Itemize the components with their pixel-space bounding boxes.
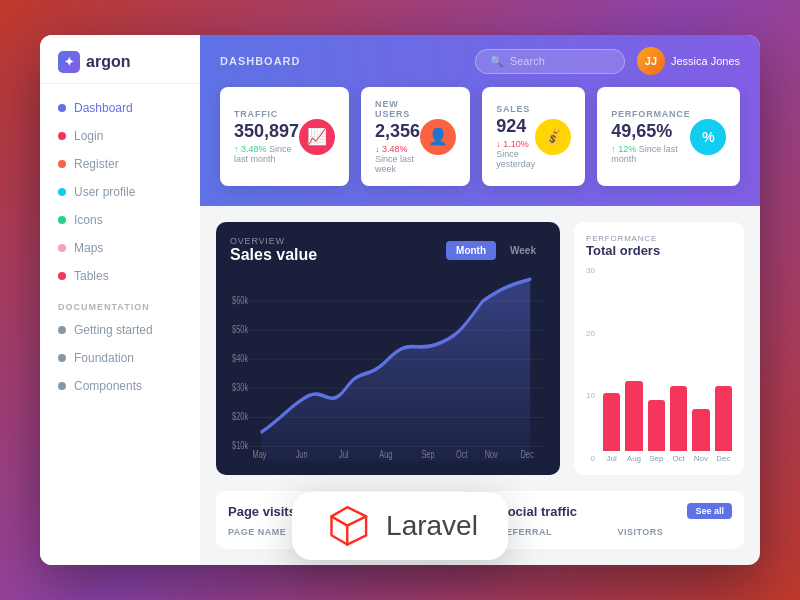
stat-change-performance: ↑ 12% Since last month — [611, 144, 690, 164]
bar-oct — [670, 386, 687, 451]
sidebar-item-maps[interactable]: Maps — [40, 234, 200, 262]
tab-week[interactable]: Week — [500, 241, 546, 260]
stat-label-sales: SALES — [496, 104, 535, 114]
stat-card-performance: PERFORMANCE 49,65% ↑ 12% Since last mont… — [597, 87, 740, 186]
chart-header: OVERVIEW Sales value Month Week — [230, 236, 546, 264]
line-chart-svg: $60k $50k $40k $30k $20k $10k — [230, 272, 546, 461]
bar-col-oct: Oct — [670, 386, 687, 463]
sidebar-label-profile: User profile — [74, 185, 135, 199]
bar-label-nov: Nov — [694, 454, 708, 463]
sidebar-label-register: Register — [74, 157, 119, 171]
avatar-initials: JJ — [645, 55, 657, 67]
nav-section-docs: DOCUMENTATION — [40, 290, 200, 316]
stat-label-performance: PERFORMANCE — [611, 109, 690, 119]
header-title: DASHBOARD — [220, 55, 301, 67]
bar-aug — [625, 381, 642, 451]
svg-text:Oct: Oct — [456, 449, 468, 460]
stat-info-users: NEW USERS 2,356 ↓ 3.48% Since last week — [375, 99, 420, 174]
sidebar-item-foundation[interactable]: Foundation — [40, 344, 200, 372]
stat-value-performance: 49,65% — [611, 121, 690, 142]
sidebar-item-tables[interactable]: Tables — [40, 262, 200, 290]
svg-text:$60k: $60k — [232, 295, 248, 306]
bar-col-sep: Sep — [648, 400, 665, 463]
social-traffic-cols: REFERRAL VISITORS — [499, 527, 732, 537]
bar-label-sep: Sep — [649, 454, 663, 463]
stat-card-users: NEW USERS 2,356 ↓ 3.48% Since last week … — [361, 87, 470, 186]
stat-icon-users: 👤 — [420, 119, 456, 155]
search-bar[interactable]: 🔍 — [475, 49, 625, 74]
sidebar-item-register[interactable]: Register — [40, 150, 200, 178]
nav-dot-profile — [58, 188, 66, 196]
sidebar-item-dashboard[interactable]: Dashboard — [40, 94, 200, 122]
bar-chart-title: Total orders — [586, 243, 732, 258]
stat-info-traffic: TRAFFIC 350,897 ↑ 3.48% Since last month — [234, 109, 299, 164]
sidebar-label-foundation: Foundation — [74, 351, 134, 365]
nav-dot-register — [58, 160, 66, 168]
bar-label-oct: Oct — [672, 454, 684, 463]
svg-text:Nov: Nov — [485, 449, 499, 460]
stat-info-sales: SALES 924 ↓ 1.10% Since yesterday — [496, 104, 535, 169]
stat-icon-traffic: 📈 — [299, 119, 335, 155]
bar-col-nov: Nov — [692, 409, 709, 463]
laravel-logo-icon — [322, 506, 372, 546]
social-traffic-card: Social traffic See all REFERRAL VISITORS — [487, 491, 744, 549]
search-input[interactable] — [510, 55, 610, 67]
svg-text:$10k: $10k — [232, 440, 248, 451]
stat-label-users: NEW USERS — [375, 99, 420, 119]
svg-text:Jul: Jul — [339, 449, 348, 460]
col-referral: REFERRAL — [499, 527, 614, 537]
chart-title: Sales value — [230, 246, 317, 264]
charts-content: OVERVIEW Sales value Month Week — [200, 206, 760, 491]
sidebar-item-getting-started[interactable]: Getting started — [40, 316, 200, 344]
svg-text:Jun: Jun — [296, 449, 308, 460]
stat-change-users: ↓ 3.48% Since last week — [375, 144, 420, 174]
sidebar-nav: Dashboard Login Register User profile Ic… — [40, 84, 200, 565]
bar-dec — [715, 386, 732, 451]
stat-change-traffic: ↑ 3.48% Since last month — [234, 144, 299, 164]
bar-chart-subtitle: PERFORMANCE — [586, 234, 732, 243]
col-visitors-social: VISITORS — [618, 527, 733, 537]
chart-tabs: Month Week — [446, 241, 546, 260]
tab-month[interactable]: Month — [446, 241, 496, 260]
stat-icon-sales: 💰 — [535, 119, 571, 155]
sidebar-label-getting-started: Getting started — [74, 323, 153, 337]
stat-card-traffic: TRAFFIC 350,897 ↑ 3.48% Since last month… — [220, 87, 349, 186]
social-traffic-see-all[interactable]: See all — [687, 503, 732, 519]
laravel-text: Laravel — [386, 510, 478, 542]
sidebar-item-icons[interactable]: Icons — [40, 206, 200, 234]
svg-text:Aug: Aug — [379, 449, 392, 460]
chart-area: $60k $50k $40k $30k $20k $10k — [230, 272, 546, 461]
stat-info-performance: PERFORMANCE 49,65% ↑ 12% Since last mont… — [611, 109, 690, 164]
sidebar: ✦ argon Dashboard Login Register User pr… — [40, 35, 200, 565]
bar-col-aug: Aug — [625, 381, 642, 463]
chart-titles: OVERVIEW Sales value — [230, 236, 317, 264]
svg-text:Sep: Sep — [421, 449, 434, 460]
sidebar-label-components: Components — [74, 379, 142, 393]
stat-value-traffic: 350,897 — [234, 121, 299, 142]
bar-sep — [648, 400, 665, 451]
sidebar-label-maps: Maps — [74, 241, 103, 255]
nav-dot-maps — [58, 244, 66, 252]
sidebar-item-user-profile[interactable]: User profile — [40, 178, 200, 206]
header: DASHBOARD 🔍 JJ Jessica Jones — [200, 35, 760, 87]
social-traffic-title: Social traffic — [499, 504, 577, 519]
nav-dot-login — [58, 132, 66, 140]
stat-value-users: 2,356 — [375, 121, 420, 142]
stat-label-traffic: TRAFFIC — [234, 109, 299, 119]
laravel-overlay: Laravel — [292, 492, 508, 560]
bar-jul — [603, 393, 620, 451]
page-visits-title: Page visits — [228, 504, 296, 519]
logo: ✦ argon — [40, 35, 200, 84]
chart-subtitle: OVERVIEW — [230, 236, 317, 246]
logo-text: argon — [86, 53, 130, 71]
bar-label-dec: Dec — [716, 454, 730, 463]
nav-dot-icons — [58, 216, 66, 224]
sidebar-item-login[interactable]: Login — [40, 122, 200, 150]
bar-col-jul: Jul — [603, 393, 620, 463]
user-info: JJ Jessica Jones — [637, 47, 740, 75]
sidebar-item-components[interactable]: Components — [40, 372, 200, 400]
nav-dot-dashboard — [58, 104, 66, 112]
logo-icon: ✦ — [58, 51, 80, 73]
svg-text:$40k: $40k — [232, 353, 248, 364]
main-content: DASHBOARD 🔍 JJ Jessica Jones TRAFFIC — [200, 35, 760, 565]
